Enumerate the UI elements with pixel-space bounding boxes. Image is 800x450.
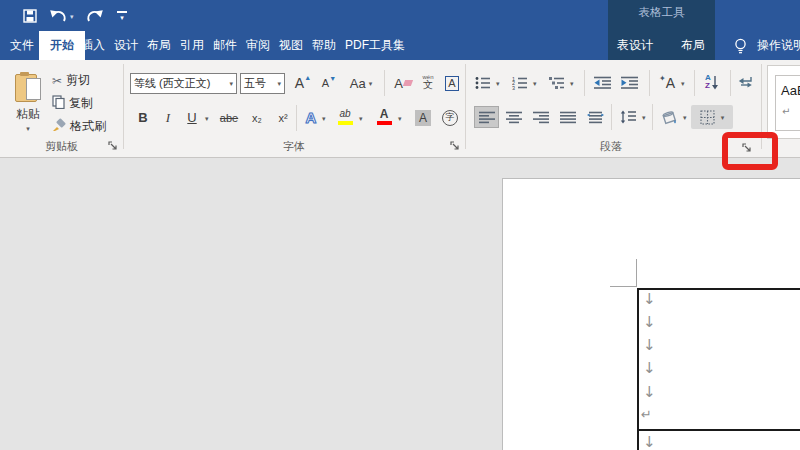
justify-button[interactable] [555, 106, 580, 128]
grow-font-button[interactable]: A▲ [291, 71, 315, 95]
multilevel-dropdown-icon[interactable]: ▾ [570, 80, 574, 87]
undo-button[interactable] [49, 9, 68, 23]
shrink-font-button[interactable]: A▼ [317, 71, 341, 95]
font-name-combobox[interactable]: 等线 (西文正文) ▾ [130, 73, 237, 94]
underline-dropdown-icon[interactable]: ▾ [205, 115, 209, 122]
scissors-icon: ✂ [52, 74, 62, 88]
paste-dropdown-chevron-icon: ▾ [26, 125, 30, 132]
tab-pdf-tools[interactable]: PDF工具集 [345, 31, 405, 60]
margin-corner-mark [610, 286, 637, 287]
align-right-button[interactable] [528, 106, 553, 128]
borders-dropdown-icon: ▾ [721, 114, 725, 121]
separator [611, 104, 612, 130]
tab-review[interactable]: 审阅 [246, 31, 270, 60]
separator [296, 105, 297, 131]
subscript-button[interactable]: x₂ [245, 107, 269, 128]
numbering-button[interactable]: 123 [509, 72, 531, 94]
align-left-button[interactable] [474, 106, 499, 128]
font-size-combobox[interactable]: 五号 ▾ [240, 73, 285, 94]
enclose-characters-button[interactable]: 字 [438, 107, 462, 128]
lightbulb-icon[interactable] [734, 38, 747, 55]
table-row-border[interactable] [637, 429, 800, 431]
character-border-button[interactable]: A [441, 71, 463, 95]
format-painter-button[interactable]: 格式刷 [52, 118, 106, 135]
tab-insert[interactable]: 插入 [81, 31, 105, 60]
undo-dropdown-chevron-icon[interactable]: ▾ [70, 13, 74, 21]
margin-corner-mark [636, 259, 637, 287]
tab-table-design[interactable]: 表设计 [617, 31, 653, 60]
word-window: 表格工具 ▾ ▾ 文件 开始 插入 设计 布局 引用 邮件 审阅 视图 帮助 P… [0, 0, 800, 450]
line-spacing-button[interactable] [616, 106, 640, 128]
bullets-button[interactable] [472, 72, 494, 94]
document-area: ↓ ↓ ↓ ↓ ↓ ↵ ↓ [0, 158, 800, 450]
separator [584, 70, 585, 96]
tab-file[interactable]: 文件 [10, 31, 34, 60]
phonetic-guide-button[interactable]: wén 文 [417, 69, 439, 95]
tab-help[interactable]: 帮助 [312, 31, 336, 60]
numbering-dropdown-icon[interactable]: ▾ [533, 80, 537, 87]
text-effects-dropdown-icon[interactable]: ▾ [322, 115, 326, 122]
show-hide-marks-button[interactable] [736, 72, 756, 94]
font-size-dropdown-icon: ▾ [277, 80, 281, 87]
text-effects-button[interactable]: A [301, 107, 321, 128]
font-dialog-launcher[interactable] [450, 141, 460, 151]
superscript-button[interactable]: x² [271, 107, 295, 128]
copy-icon [52, 95, 65, 112]
asian-layout-button[interactable]: ✦ A [655, 72, 679, 94]
tab-layout[interactable]: 布局 [147, 31, 171, 60]
customize-qat-button[interactable]: ▾ [117, 11, 127, 21]
font-color-red-bar [377, 121, 392, 125]
style-preview-mark: ↵ [782, 106, 800, 117]
annotation-highlight-rectangle [722, 132, 778, 170]
highlight-dropdown-icon[interactable]: ▾ [359, 115, 363, 122]
sort-button[interactable]: A Z [700, 70, 724, 94]
style-item-normal[interactable]: AaB ↵ [775, 75, 800, 131]
character-shading-button[interactable]: A [412, 107, 434, 128]
increase-indent-button[interactable] [618, 72, 642, 94]
table-left-border[interactable] [637, 288, 639, 450]
tab-view[interactable]: 视图 [279, 31, 303, 60]
line-break-mark: ↓ [643, 292, 656, 307]
distribute-text-button[interactable] [582, 106, 608, 128]
borders-button[interactable]: ▾ [691, 105, 733, 129]
paste-button[interactable]: 粘贴 ▾ [8, 66, 48, 136]
tab-mailings[interactable]: 邮件 [213, 31, 237, 60]
shading-button[interactable] [657, 106, 681, 128]
bullets-dropdown-icon[interactable]: ▾ [496, 80, 500, 87]
save-icon[interactable] [23, 9, 37, 23]
tell-me-search[interactable]: 操作说明搜索 [757, 31, 800, 60]
font-name-dropdown-icon: ▾ [229, 80, 233, 87]
bold-button[interactable]: B [132, 107, 154, 128]
font-color-button[interactable]: A [373, 105, 395, 128]
change-case-button[interactable]: Aa ▾ [344, 71, 378, 95]
tab-references[interactable]: 引用 [180, 31, 204, 60]
ribbon: 粘贴 ▾ ✂ 剪切 复制 格式刷 剪贴板 等线 (西文正文) ▾ 五号 ▾ [0, 60, 800, 158]
table-top-border [637, 288, 800, 290]
tab-table-layout[interactable]: 布局 [681, 31, 705, 60]
separator [694, 70, 695, 96]
cut-button[interactable]: ✂ 剪切 [52, 72, 90, 89]
multilevel-list-button[interactable] [546, 72, 568, 94]
separator [384, 70, 385, 96]
font-color-dropdown-icon[interactable]: ▾ [398, 115, 402, 122]
tab-design[interactable]: 设计 [114, 31, 138, 60]
underline-button[interactable]: U [182, 107, 202, 128]
line-spacing-dropdown-icon[interactable]: ▾ [642, 114, 646, 121]
svg-text:3: 3 [512, 85, 515, 90]
italic-button[interactable]: I [158, 107, 178, 128]
align-center-button[interactable] [501, 106, 526, 128]
redo-button[interactable] [85, 9, 104, 23]
shading-dropdown-icon[interactable]: ▾ [683, 114, 687, 121]
clipboard-dialog-launcher[interactable] [108, 141, 118, 151]
tab-home[interactable]: 开始 [39, 31, 85, 60]
asian-layout-dropdown-icon[interactable]: ▾ [681, 80, 685, 87]
line-break-mark: ↓ [643, 385, 656, 400]
line-break-mark: ↓ [643, 435, 656, 450]
copy-button[interactable]: 复制 [52, 95, 93, 112]
strikethrough-button[interactable]: abe [215, 107, 243, 128]
clear-formatting-button[interactable]: A [390, 71, 416, 95]
decrease-indent-button[interactable] [591, 72, 615, 94]
paste-clipboard-icon [15, 72, 41, 102]
highlight-color-button[interactable]: ab [334, 105, 356, 128]
line-break-mark: ↓ [643, 361, 656, 376]
